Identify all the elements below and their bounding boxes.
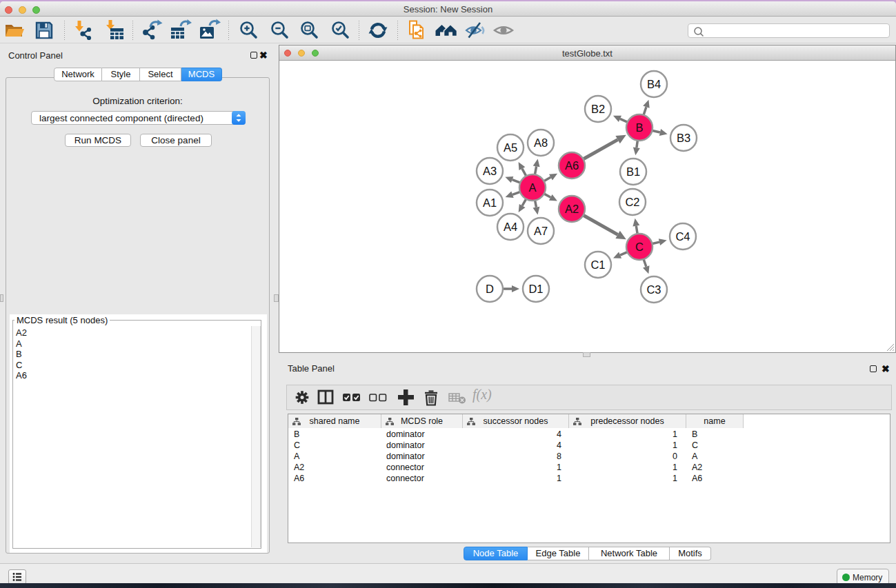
svg-text:B2: B2: [591, 103, 605, 115]
svg-text:C1: C1: [590, 258, 605, 271]
svg-text:C3: C3: [646, 283, 661, 296]
svg-text:A1: A1: [483, 196, 497, 209]
svg-text:A4: A4: [504, 221, 517, 233]
svg-text:A6: A6: [565, 159, 579, 172]
svg-text:A5: A5: [504, 141, 517, 154]
svg-text:C: C: [635, 241, 644, 253]
svg-text:A8: A8: [534, 136, 548, 149]
svg-text:A3: A3: [483, 165, 497, 177]
svg-text:B3: B3: [677, 132, 690, 144]
svg-text:D: D: [486, 283, 494, 295]
svg-text:A7: A7: [534, 225, 548, 237]
svg-text:C2: C2: [625, 196, 639, 208]
svg-text:B1: B1: [626, 165, 640, 178]
svg-text:A2: A2: [565, 203, 579, 215]
svg-text:D1: D1: [528, 283, 543, 295]
svg-text:B4: B4: [647, 78, 661, 90]
svg-text:B: B: [635, 121, 643, 134]
svg-text:A: A: [528, 181, 536, 194]
svg-text:C4: C4: [675, 230, 690, 243]
